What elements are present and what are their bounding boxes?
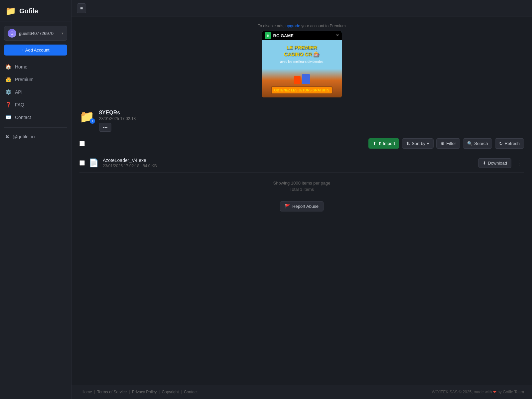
ad-close-icon[interactable]: ✕ — [334, 32, 340, 38]
ad-cta[interactable]: OBTENEZ LES JETONS GRATUITS — [271, 86, 333, 94]
file-more-button[interactable]: ⋮ — [514, 158, 524, 168]
ad-body: LE PREMIERCASINO CR 🎰 avec les meilleurs… — [262, 40, 342, 97]
nav-list: 🏠 Home 👑 Premium ⚙️ API ❓ FAQ — [0, 61, 71, 124]
refresh-icon: ↻ — [499, 141, 503, 146]
sort-button[interactable]: ⇅ Sort by ▾ — [402, 138, 434, 149]
api-icon: ⚙️ — [5, 89, 12, 95]
footer-copyright: WOJTEK SAS © 2025, made with ❤ by Gofile… — [432, 390, 524, 394]
file-checkbox[interactable] — [79, 160, 85, 166]
file-size: 84.0 KB — [143, 164, 157, 168]
file-name: AzoteLoader_V4.exe — [103, 158, 474, 163]
heart-icon: ❤ — [493, 390, 496, 394]
ad-banner: B BC.GAME LE PREMIERCASINO CR 🎰 avec les… — [262, 31, 342, 97]
sidebar-item-faq[interactable]: ❓ FAQ — [2, 99, 69, 111]
main-content: ≡ To disable ads, upgrade your account t… — [71, 0, 532, 399]
ad-logo-name: BC.GAME — [273, 33, 294, 38]
sort-label: Sort by — [412, 141, 425, 146]
faq-icon: ❓ — [5, 102, 12, 108]
add-account-button[interactable]: + Add Account — [4, 45, 67, 56]
showing-text: Showing 1000 items per page — [78, 181, 525, 186]
logo: 📁 Gofile — [0, 0, 71, 22]
file-actions: ⬇ Download ⋮ — [478, 158, 524, 168]
premium-icon: 👑 — [5, 76, 12, 82]
folder-actions: ••• — [99, 123, 524, 132]
sidebar-item-label-premium: Premium — [15, 77, 34, 82]
file-type-icon: 📄 — [89, 158, 99, 168]
refresh-button[interactable]: ↻ Refresh — [495, 138, 524, 149]
sidebar-item-label-api: API — [15, 89, 23, 95]
file-details: AzoteLoader_V4.exe 23/01/2025 17:02:18 8… — [103, 158, 474, 168]
logo-icon: 📁 — [5, 6, 16, 16]
upgrade-link[interactable]: upgrade — [286, 24, 300, 28]
report-abuse-wrap: 🚩 Report Abuse — [71, 201, 532, 211]
import-label: ⬆ Import — [378, 141, 395, 146]
account-name: guest6407726970 — [19, 31, 59, 36]
home-icon: 🏠 — [5, 64, 12, 70]
ad-subtitle: avec les meilleurs dividendes — [280, 60, 323, 64]
report-abuse-button[interactable]: 🚩 Report Abuse — [280, 201, 324, 211]
hamburger-button[interactable]: ≡ — [77, 3, 86, 13]
file-status: Showing 1000 items per page Total 1 item… — [71, 174, 532, 200]
sidebar-social[interactable]: ✖ @gofile_io — [0, 131, 71, 142]
ad-section: To disable ads, upgrade your account to … — [71, 17, 532, 103]
folder-info: 8YEQRs 23/01/2025 17:02:18 ••• — [99, 110, 524, 132]
folder-date: 23/01/2025 17:02:18 — [99, 116, 524, 121]
report-abuse-label: Report Abuse — [292, 204, 319, 209]
footer-link-copyright[interactable]: Copyright — [160, 390, 181, 394]
ad-logo-bar: B BC.GAME — [262, 31, 342, 40]
footer-link-contact[interactable]: Contact — [182, 390, 200, 394]
file-toolbar: ⬆ ⬆ Import ⇅ Sort by ▾ ⚙ Filter 🔍 Search — [71, 135, 532, 152]
flag-icon: 🚩 — [285, 204, 290, 209]
ad-inner: B BC.GAME LE PREMIERCASINO CR 🎰 avec les… — [262, 31, 342, 97]
download-label: Download — [488, 161, 507, 166]
footer-links: Home | Terms of Service | Privacy Policy… — [79, 390, 200, 394]
select-all-checkbox[interactable] — [79, 141, 85, 146]
ad-text: To disable ads, upgrade your account to … — [258, 24, 345, 28]
filter-label: Filter — [446, 141, 456, 146]
search-button[interactable]: 🔍 Search — [463, 138, 492, 149]
filter-button[interactable]: ⚙ Filter — [436, 138, 460, 149]
social-handle: @gofile_io — [13, 134, 35, 139]
file-date: 23/01/2025 17:02:18 — [103, 164, 139, 168]
sidebar-item-label-contact: Contact — [15, 115, 31, 120]
sidebar-divider — [4, 127, 67, 128]
folder-more-button[interactable]: ••• — [99, 123, 111, 132]
filter-icon: ⚙ — [441, 141, 445, 146]
footer-link-home[interactable]: Home — [79, 390, 94, 394]
folder-header: 📁 1 8YEQRs 23/01/2025 17:02:18 ••• — [79, 110, 524, 132]
refresh-label: Refresh — [504, 141, 520, 146]
sidebar-item-home[interactable]: 🏠 Home — [2, 61, 69, 73]
search-icon: 🔍 — [467, 141, 472, 146]
sidebar-item-label-faq: FAQ — [15, 102, 24, 107]
account-selector[interactable]: G guest6407726970 ▾ — [4, 26, 67, 41]
sidebar-item-premium[interactable]: 👑 Premium — [2, 73, 69, 85]
import-icon: ⬆ — [373, 141, 376, 146]
sort-chevron-icon: ▾ — [427, 141, 429, 146]
twitter-x-icon: ✖ — [5, 134, 9, 139]
sidebar-item-contact[interactable]: ✉️ Contact — [2, 111, 69, 123]
ad-logo-icon: B — [265, 32, 271, 39]
download-button[interactable]: ⬇ Download — [478, 158, 511, 168]
search-label: Search — [474, 141, 488, 146]
file-meta: 23/01/2025 17:02:18 84.0 KB — [103, 164, 474, 168]
content-area: To disable ads, upgrade your account to … — [71, 17, 532, 385]
folder-section: 📁 1 8YEQRs 23/01/2025 17:02:18 ••• — [71, 103, 532, 135]
avatar: G — [8, 29, 16, 38]
folder-badge: 1 — [90, 118, 95, 124]
ad-title: LE PREMIERCASINO CR 🎰 — [281, 43, 322, 59]
sidebar-item-api[interactable]: ⚙️ API — [2, 86, 69, 98]
download-icon: ⬇ — [482, 161, 486, 166]
sidebar: 📁 Gofile G guest6407726970 ▾ + Add Accou… — [0, 0, 71, 399]
folder-icon-wrap: 📁 1 — [79, 110, 94, 124]
app-name: Gofile — [19, 7, 38, 15]
footer-link-tos[interactable]: Terms of Service — [95, 390, 129, 394]
top-bar: ≡ — [71, 0, 532, 17]
folder-name: 8YEQRs — [99, 110, 524, 116]
import-button[interactable]: ⬆ ⬆ Import — [368, 138, 399, 149]
total-text: Total 1 items — [78, 187, 525, 192]
contact-icon: ✉️ — [5, 114, 12, 120]
file-list: 📄 AzoteLoader_V4.exe 23/01/2025 17:02:18… — [71, 152, 532, 174]
footer-link-privacy[interactable]: Privacy Policy — [130, 390, 159, 394]
table-row: 📄 AzoteLoader_V4.exe 23/01/2025 17:02:18… — [79, 154, 524, 173]
footer: Home | Terms of Service | Privacy Policy… — [71, 385, 532, 399]
